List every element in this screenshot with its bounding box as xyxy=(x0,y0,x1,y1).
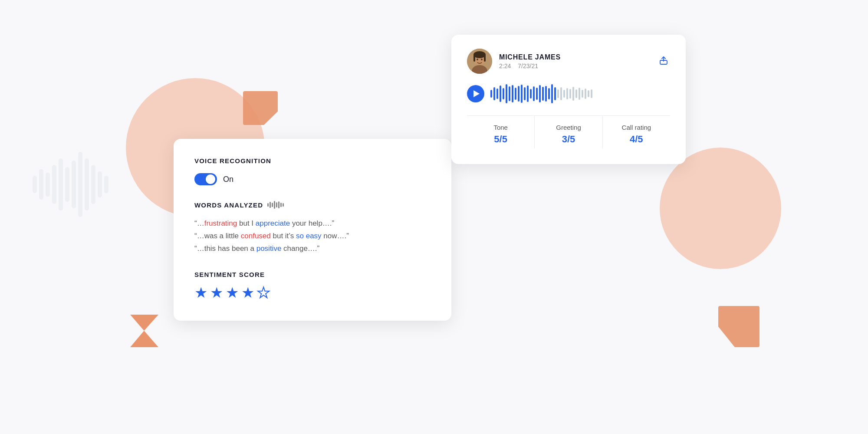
wave-bar xyxy=(518,86,519,102)
quote-line-1: “…frustrating but I appreciate your help… xyxy=(194,217,431,230)
wave-bar xyxy=(539,85,541,102)
wave-bar xyxy=(542,87,544,101)
quote-line-3: “…this has been a positive change….” xyxy=(194,243,431,255)
wave-bar xyxy=(512,85,513,102)
svg-point-8 xyxy=(481,59,483,60)
audio-card: MICHELE JAMES 2:24 7/23/21 xyxy=(451,35,686,164)
star-4: ★ xyxy=(241,285,254,300)
wave-bar xyxy=(524,87,526,100)
wave-bar xyxy=(582,90,583,98)
wave-bar xyxy=(536,88,538,100)
wave-bar xyxy=(591,89,592,98)
user-duration: 2:24 xyxy=(499,62,511,69)
svg-rect-5 xyxy=(473,55,475,62)
voice-recognition-card: VOICE RECOGNITION On WORDS ANALYZED “…fr… xyxy=(174,139,451,321)
wave-bar xyxy=(515,88,516,100)
wave-bar xyxy=(530,89,532,99)
metric-greeting: Greeting 3/5 xyxy=(535,116,602,148)
cards-area: VOICE RECOGNITION On WORDS ANALYZED “…fr… xyxy=(165,35,686,399)
word-appreciate: appreciate xyxy=(256,219,290,227)
wave-bar xyxy=(548,88,550,99)
wave-bar xyxy=(557,89,559,98)
star-3: ★ xyxy=(226,285,239,300)
wave-bar xyxy=(575,89,577,98)
metric-call-rating: Call rating 4/5 xyxy=(603,116,670,148)
svg-rect-6 xyxy=(484,55,486,62)
words-analyzed-row: WORDS ANALYZED xyxy=(194,201,431,209)
avatar xyxy=(467,49,492,74)
wave-bar xyxy=(500,85,501,102)
waveform-icon xyxy=(267,201,284,209)
wave-bar xyxy=(585,89,586,99)
share-button[interactable] xyxy=(657,54,670,69)
svg-marker-0 xyxy=(130,315,158,347)
word-positive: positive xyxy=(256,244,282,253)
quote-line-2: “…was a little confused but it’s so easy… xyxy=(194,230,431,243)
wave-bar xyxy=(533,86,535,101)
sentiment-score-title: SENTIMENT SCORE xyxy=(194,271,431,278)
waveform-display xyxy=(490,84,670,103)
toggle-label: On xyxy=(223,175,233,184)
word-confused: confused xyxy=(241,232,271,240)
quotes-section: “…frustrating but I appreciate your help… xyxy=(194,217,431,255)
voice-recognition-toggle[interactable] xyxy=(194,173,217,185)
wave-bar xyxy=(496,89,498,99)
wave-bar xyxy=(551,84,553,103)
voice-recognition-title: VOICE RECOGNITION xyxy=(194,157,431,164)
wave-bar xyxy=(521,85,523,103)
svg-point-7 xyxy=(477,59,478,60)
audio-card-header: MICHELE JAMES 2:24 7/23/21 xyxy=(467,49,670,74)
user-details: MICHELE JAMES 2:24 7/23/21 xyxy=(499,53,561,69)
stars-row: ★ ★ ★ ★ ★ xyxy=(194,285,431,300)
wave-bar xyxy=(588,90,589,97)
word-so-easy: so easy xyxy=(296,232,322,240)
wave-bar xyxy=(563,90,565,98)
play-button[interactable] xyxy=(467,85,484,102)
toggle-row: On xyxy=(194,173,431,185)
metric-greeting-label: Greeting xyxy=(539,124,598,131)
user-meta: 2:24 7/23/21 xyxy=(499,62,561,69)
metric-call-rating-label: Call rating xyxy=(607,124,666,131)
metric-call-rating-value: 4/5 xyxy=(607,134,666,145)
metric-greeting-value: 3/5 xyxy=(539,134,598,145)
star-1: ★ xyxy=(194,285,207,300)
star-2: ★ xyxy=(210,285,223,300)
bg-waveform xyxy=(33,152,108,217)
bg-shape-bottom-right xyxy=(718,306,760,347)
star-5: ★ xyxy=(257,285,270,300)
player-row xyxy=(467,84,670,103)
wave-bar xyxy=(509,86,510,101)
wave-bar xyxy=(490,90,492,98)
words-analyzed-title: WORDS ANALYZED xyxy=(194,201,263,209)
user-date: 7/23/21 xyxy=(518,62,538,69)
wave-bar xyxy=(506,84,507,103)
wave-bar xyxy=(503,88,504,99)
user-info: MICHELE JAMES 2:24 7/23/21 xyxy=(467,49,561,74)
metric-tone-label: Tone xyxy=(471,124,530,131)
metric-tone: Tone 5/5 xyxy=(467,116,535,148)
svg-point-4 xyxy=(473,51,486,58)
wave-bar xyxy=(554,87,556,100)
metric-tone-value: 5/5 xyxy=(471,134,530,145)
wave-bar xyxy=(527,85,529,102)
wave-bar xyxy=(572,87,574,101)
wave-bar xyxy=(569,89,571,99)
wave-bar xyxy=(560,87,562,100)
metrics-row: Tone 5/5 Greeting 3/5 Call rating 4/5 xyxy=(467,115,670,148)
wave-bar xyxy=(493,87,495,100)
wave-bar xyxy=(545,86,547,102)
bg-shape-hourglass xyxy=(130,315,158,347)
user-name: MICHELE JAMES xyxy=(499,53,561,61)
wave-bar xyxy=(566,88,568,99)
word-frustrating: frustrating xyxy=(204,219,237,227)
wave-bar xyxy=(579,88,580,100)
